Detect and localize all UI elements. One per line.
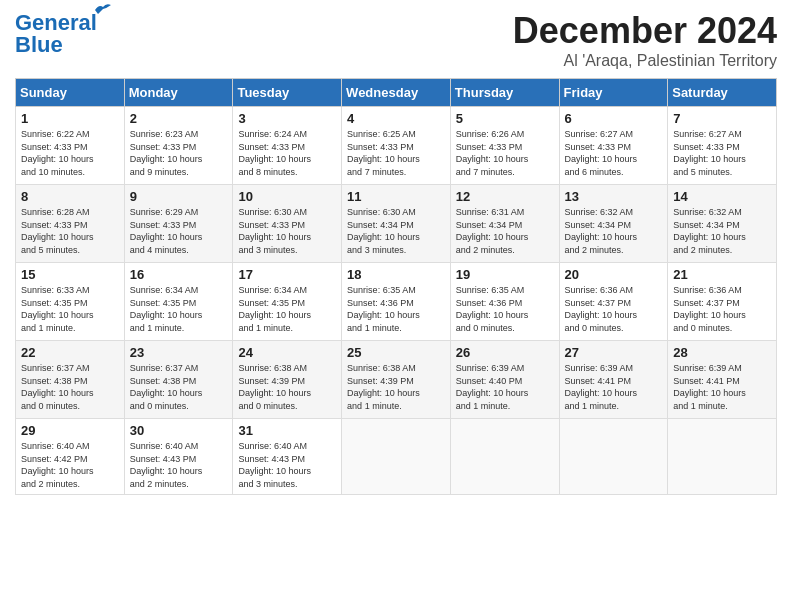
- page-header: General Blue December 2024 Al 'Araqa, Pa…: [15, 10, 777, 70]
- day-number: 2: [130, 111, 228, 126]
- day-details: Sunrise: 6:28 AM Sunset: 4:33 PM Dayligh…: [21, 206, 119, 256]
- day-number: 15: [21, 267, 119, 282]
- col-header-friday: Friday: [559, 79, 668, 107]
- day-details: Sunrise: 6:40 AM Sunset: 4:42 PM Dayligh…: [21, 440, 119, 490]
- day-details: Sunrise: 6:38 AM Sunset: 4:39 PM Dayligh…: [238, 362, 336, 412]
- calendar-cell: 27Sunrise: 6:39 AM Sunset: 4:41 PM Dayli…: [559, 341, 668, 419]
- calendar-cell: [342, 419, 451, 495]
- col-header-monday: Monday: [124, 79, 233, 107]
- day-details: Sunrise: 6:33 AM Sunset: 4:35 PM Dayligh…: [21, 284, 119, 334]
- day-details: Sunrise: 6:39 AM Sunset: 4:41 PM Dayligh…: [673, 362, 771, 412]
- calendar-cell: 11Sunrise: 6:30 AM Sunset: 4:34 PM Dayli…: [342, 185, 451, 263]
- day-number: 4: [347, 111, 445, 126]
- day-details: Sunrise: 6:30 AM Sunset: 4:33 PM Dayligh…: [238, 206, 336, 256]
- calendar-cell: 19Sunrise: 6:35 AM Sunset: 4:36 PM Dayli…: [450, 263, 559, 341]
- calendar-cell: 23Sunrise: 6:37 AM Sunset: 4:38 PM Dayli…: [124, 341, 233, 419]
- calendar-cell: 17Sunrise: 6:34 AM Sunset: 4:35 PM Dayli…: [233, 263, 342, 341]
- calendar-cell: 30Sunrise: 6:40 AM Sunset: 4:43 PM Dayli…: [124, 419, 233, 495]
- calendar-cell: 4Sunrise: 6:25 AM Sunset: 4:33 PM Daylig…: [342, 107, 451, 185]
- calendar-cell: 29Sunrise: 6:40 AM Sunset: 4:42 PM Dayli…: [16, 419, 125, 495]
- day-details: Sunrise: 6:32 AM Sunset: 4:34 PM Dayligh…: [673, 206, 771, 256]
- calendar-cell: 14Sunrise: 6:32 AM Sunset: 4:34 PM Dayli…: [668, 185, 777, 263]
- calendar-cell: 16Sunrise: 6:34 AM Sunset: 4:35 PM Dayli…: [124, 263, 233, 341]
- day-number: 9: [130, 189, 228, 204]
- calendar-cell: 2Sunrise: 6:23 AM Sunset: 4:33 PM Daylig…: [124, 107, 233, 185]
- day-details: Sunrise: 6:22 AM Sunset: 4:33 PM Dayligh…: [21, 128, 119, 178]
- calendar-cell: 21Sunrise: 6:36 AM Sunset: 4:37 PM Dayli…: [668, 263, 777, 341]
- day-details: Sunrise: 6:23 AM Sunset: 4:33 PM Dayligh…: [130, 128, 228, 178]
- calendar-cell: 18Sunrise: 6:35 AM Sunset: 4:36 PM Dayli…: [342, 263, 451, 341]
- col-header-wednesday: Wednesday: [342, 79, 451, 107]
- day-number: 18: [347, 267, 445, 282]
- day-number: 19: [456, 267, 554, 282]
- day-number: 13: [565, 189, 663, 204]
- col-header-thursday: Thursday: [450, 79, 559, 107]
- calendar-cell: 9Sunrise: 6:29 AM Sunset: 4:33 PM Daylig…: [124, 185, 233, 263]
- calendar-cell: 26Sunrise: 6:39 AM Sunset: 4:40 PM Dayli…: [450, 341, 559, 419]
- day-details: Sunrise: 6:27 AM Sunset: 4:33 PM Dayligh…: [673, 128, 771, 178]
- day-number: 8: [21, 189, 119, 204]
- day-details: Sunrise: 6:40 AM Sunset: 4:43 PM Dayligh…: [130, 440, 228, 490]
- calendar-cell: 20Sunrise: 6:36 AM Sunset: 4:37 PM Dayli…: [559, 263, 668, 341]
- calendar-cell: 22Sunrise: 6:37 AM Sunset: 4:38 PM Dayli…: [16, 341, 125, 419]
- day-details: Sunrise: 6:31 AM Sunset: 4:34 PM Dayligh…: [456, 206, 554, 256]
- calendar-table: SundayMondayTuesdayWednesdayThursdayFrid…: [15, 78, 777, 495]
- calendar-cell: 25Sunrise: 6:38 AM Sunset: 4:39 PM Dayli…: [342, 341, 451, 419]
- day-details: Sunrise: 6:30 AM Sunset: 4:34 PM Dayligh…: [347, 206, 445, 256]
- day-details: Sunrise: 6:38 AM Sunset: 4:39 PM Dayligh…: [347, 362, 445, 412]
- calendar-cell: [450, 419, 559, 495]
- day-number: 3: [238, 111, 336, 126]
- day-details: Sunrise: 6:36 AM Sunset: 4:37 PM Dayligh…: [565, 284, 663, 334]
- day-details: Sunrise: 6:36 AM Sunset: 4:37 PM Dayligh…: [673, 284, 771, 334]
- day-number: 1: [21, 111, 119, 126]
- day-details: Sunrise: 6:35 AM Sunset: 4:36 PM Dayligh…: [347, 284, 445, 334]
- logo: General Blue: [15, 10, 97, 58]
- calendar-cell: 31Sunrise: 6:40 AM Sunset: 4:43 PM Dayli…: [233, 419, 342, 495]
- day-number: 11: [347, 189, 445, 204]
- day-details: Sunrise: 6:24 AM Sunset: 4:33 PM Dayligh…: [238, 128, 336, 178]
- day-details: Sunrise: 6:27 AM Sunset: 4:33 PM Dayligh…: [565, 128, 663, 178]
- day-details: Sunrise: 6:40 AM Sunset: 4:43 PM Dayligh…: [238, 440, 336, 490]
- day-number: 27: [565, 345, 663, 360]
- col-header-sunday: Sunday: [16, 79, 125, 107]
- calendar-cell: 12Sunrise: 6:31 AM Sunset: 4:34 PM Dayli…: [450, 185, 559, 263]
- day-number: 6: [565, 111, 663, 126]
- logo-bird-icon: [93, 2, 111, 16]
- day-details: Sunrise: 6:37 AM Sunset: 4:38 PM Dayligh…: [21, 362, 119, 412]
- calendar-cell: 8Sunrise: 6:28 AM Sunset: 4:33 PM Daylig…: [16, 185, 125, 263]
- title-area: December 2024 Al 'Araqa, Palestinian Ter…: [513, 10, 777, 70]
- day-details: Sunrise: 6:25 AM Sunset: 4:33 PM Dayligh…: [347, 128, 445, 178]
- day-number: 30: [130, 423, 228, 438]
- calendar-cell: 15Sunrise: 6:33 AM Sunset: 4:35 PM Dayli…: [16, 263, 125, 341]
- month-title: December 2024: [513, 10, 777, 52]
- day-number: 16: [130, 267, 228, 282]
- calendar-cell: 6Sunrise: 6:27 AM Sunset: 4:33 PM Daylig…: [559, 107, 668, 185]
- col-header-saturday: Saturday: [668, 79, 777, 107]
- day-details: Sunrise: 6:34 AM Sunset: 4:35 PM Dayligh…: [130, 284, 228, 334]
- calendar-cell: 1Sunrise: 6:22 AM Sunset: 4:33 PM Daylig…: [16, 107, 125, 185]
- day-details: Sunrise: 6:26 AM Sunset: 4:33 PM Dayligh…: [456, 128, 554, 178]
- day-number: 10: [238, 189, 336, 204]
- calendar-cell: 3Sunrise: 6:24 AM Sunset: 4:33 PM Daylig…: [233, 107, 342, 185]
- day-details: Sunrise: 6:34 AM Sunset: 4:35 PM Dayligh…: [238, 284, 336, 334]
- day-number: 22: [21, 345, 119, 360]
- calendar-cell: 5Sunrise: 6:26 AM Sunset: 4:33 PM Daylig…: [450, 107, 559, 185]
- day-number: 31: [238, 423, 336, 438]
- day-details: Sunrise: 6:32 AM Sunset: 4:34 PM Dayligh…: [565, 206, 663, 256]
- day-details: Sunrise: 6:37 AM Sunset: 4:38 PM Dayligh…: [130, 362, 228, 412]
- location-title: Al 'Araqa, Palestinian Territory: [513, 52, 777, 70]
- day-details: Sunrise: 6:29 AM Sunset: 4:33 PM Dayligh…: [130, 206, 228, 256]
- calendar-cell: [559, 419, 668, 495]
- calendar-cell: 24Sunrise: 6:38 AM Sunset: 4:39 PM Dayli…: [233, 341, 342, 419]
- calendar-cell: 28Sunrise: 6:39 AM Sunset: 4:41 PM Dayli…: [668, 341, 777, 419]
- day-number: 21: [673, 267, 771, 282]
- day-number: 12: [456, 189, 554, 204]
- calendar-cell: 13Sunrise: 6:32 AM Sunset: 4:34 PM Dayli…: [559, 185, 668, 263]
- calendar-cell: [668, 419, 777, 495]
- logo-general: General: [15, 10, 97, 35]
- day-details: Sunrise: 6:35 AM Sunset: 4:36 PM Dayligh…: [456, 284, 554, 334]
- day-number: 28: [673, 345, 771, 360]
- day-number: 5: [456, 111, 554, 126]
- col-header-tuesday: Tuesday: [233, 79, 342, 107]
- day-number: 14: [673, 189, 771, 204]
